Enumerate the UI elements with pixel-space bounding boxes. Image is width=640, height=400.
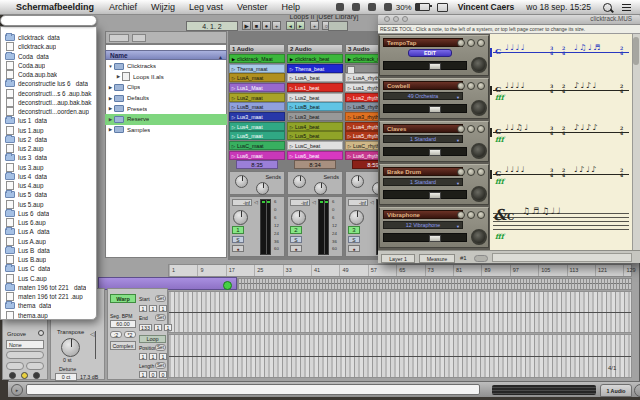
file-item-thema-aup[interactable]: thema.aup <box>1 311 96 320</box>
file-item-deconstructie-lus-6-data[interactable]: deconstructie lus 6 _data <box>1 79 96 88</box>
airplay-icon[interactable] <box>384 3 392 11</box>
display-menu-icon[interactable] <box>437 3 448 12</box>
chevron-right-icon[interactable]: ▶ <box>107 96 114 101</box>
clip-launch-icon[interactable]: ▷ <box>288 132 295 140</box>
solo-button[interactable]: S <box>290 236 302 243</box>
notation-scrollbar[interactable] <box>632 34 640 250</box>
file-item-lus-1-data[interactable]: lus 1_data <box>1 116 96 125</box>
pan-knob[interactable] <box>233 210 248 225</box>
clip-launch-icon[interactable]: ▷ <box>230 142 237 150</box>
clip-lusa-maat[interactable]: ▷LusA_maat <box>229 73 285 82</box>
clip-playing-icon[interactable]: ▶ <box>346 55 353 63</box>
clip-playing-icon[interactable]: ▶ <box>288 55 295 63</box>
clip-launch-icon[interactable]: ▷ <box>230 113 237 121</box>
detune-value[interactable]: 0 ct <box>55 373 77 381</box>
file-item-lus-2-data[interactable]: lus 2_data <box>1 135 96 144</box>
value-field[interactable]: 1 <box>149 353 157 360</box>
track-header-1-audio[interactable]: 1 Audio <box>229 44 285 53</box>
menu-wijzig[interactable]: Wijzig <box>151 2 175 12</box>
chevron-right-icon[interactable]: ▶ <box>107 127 114 132</box>
clip-launch-icon[interactable]: ▷ <box>346 123 353 131</box>
clip-launch-icon[interactable]: ▷ <box>288 84 295 92</box>
volume-slider[interactable] <box>383 104 467 113</box>
clip-clicktrack-maat[interactable]: ▶clicktrack_Maat <box>229 54 285 63</box>
notation-scrollbar-thumb[interactable] <box>633 37 639 65</box>
clip-lus4-beat[interactable]: ▷Lus4_beat <box>287 122 343 131</box>
patch-chooser[interactable]: 49 Orchestra▼ <box>383 92 463 100</box>
file-item-lus-1-aup[interactable]: lus 1.aup <box>1 126 96 135</box>
patch-chooser[interactable]: 1 Standard▼ <box>383 135 463 143</box>
clip-launch-icon[interactable]: ▷ <box>288 142 295 150</box>
pan-knob[interactable] <box>471 229 487 245</box>
user-menu[interactable]: Vincent Caers <box>458 2 515 12</box>
clip-launch-icon[interactable]: ▷ <box>230 103 237 111</box>
notation-hscrollbar[interactable] <box>492 253 632 262</box>
browser-search-button[interactable] <box>132 34 146 42</box>
volume-slider[interactable] <box>383 61 467 70</box>
send-b-knob[interactable] <box>256 182 269 195</box>
clip-launch-icon[interactable]: ▷ <box>230 132 237 140</box>
browser-item-presets[interactable]: ▶Presets <box>105 103 227 114</box>
clip-thema-maat[interactable]: ▷Thema_maat <box>229 64 285 73</box>
groove-hotswap-icon[interactable] <box>38 330 44 336</box>
file-item-lus-3-aup[interactable]: lus 3.aup <box>1 163 96 172</box>
solo-button[interactable] <box>467 39 475 47</box>
clip-lus5-beat[interactable]: ▷Lus5_beat <box>287 131 343 140</box>
volume-display[interactable]: -inf <box>348 199 368 206</box>
solo-button[interactable] <box>467 125 475 133</box>
clip-thema-beat[interactable]: ▷Thema_beat <box>287 64 343 73</box>
clip-launch-icon[interactable]: ▷ <box>288 74 295 82</box>
clip-lus6-maat[interactable]: ▷Lus6_maat <box>229 151 285 160</box>
volume-slider[interactable] <box>383 147 467 156</box>
clip-lus4-maat[interactable]: ▷Lus4_maat <box>229 122 285 131</box>
clip-launch-icon[interactable]: ▷ <box>346 152 353 160</box>
track-activator[interactable]: 3 <box>348 226 360 234</box>
pan-knob[interactable] <box>471 57 487 73</box>
value-field[interactable]: 1 <box>159 305 167 312</box>
browser-view-chooser[interactable] <box>109 34 129 42</box>
overdub-button[interactable]: + <box>272 21 281 30</box>
clip-lusb-beat[interactable]: ▷LusB_beat <box>287 102 343 111</box>
value-field[interactable]: 1 <box>154 324 162 331</box>
browser-item-clicktracks[interactable]: ▼Clicktracks <box>105 61 227 72</box>
clip-launch-icon[interactable]: ▷ <box>230 94 237 102</box>
volume-slider[interactable] <box>383 190 467 199</box>
mute-button[interactable] <box>457 39 465 47</box>
value-field[interactable]: 133 <box>139 324 152 331</box>
clip-launch-icon[interactable]: ▷ <box>346 113 353 121</box>
pan-knob[interactable] <box>291 210 306 225</box>
record-button[interactable] <box>477 168 485 176</box>
browser-item-loops-ii-als[interactable]: ▶Loops II.als <box>105 72 227 83</box>
clock-menu[interactable]: wo 18 sep. 15:25 <box>526 2 591 12</box>
file-item-lus-5-data[interactable]: lus 5_data <box>1 190 96 199</box>
arm-button[interactable]: ● <box>348 245 360 252</box>
solo-button[interactable]: S <box>232 236 244 243</box>
chevron-right-icon[interactable]: ▶ <box>107 106 114 111</box>
clip-overview-strip[interactable] <box>237 278 632 290</box>
arm-button[interactable]: ● <box>290 245 302 252</box>
pan-knob[interactable] <box>349 210 364 225</box>
clip-launch-icon[interactable]: ▷ <box>288 94 295 102</box>
transpose-value[interactable]: 0 st <box>63 357 72 363</box>
file-item-lus-b-data[interactable]: Lus B_data <box>1 246 96 255</box>
loop-button[interactable]: Loop <box>139 335 166 343</box>
record-button[interactable] <box>477 39 485 47</box>
clip-playing-icon[interactable]: ▶ <box>230 55 237 63</box>
stop-button[interactable]: ■ <box>252 21 261 30</box>
solo-button[interactable] <box>467 82 475 90</box>
pan-knob[interactable] <box>471 143 487 159</box>
groove-chooser[interactable]: None <box>6 340 44 349</box>
send-b-knob[interactable] <box>314 182 327 195</box>
menu-venster[interactable]: Venster <box>237 2 268 12</box>
statusbar-pill[interactable] <box>474 255 488 262</box>
send-a-knob[interactable] <box>351 175 364 188</box>
clip-launch-icon[interactable]: ▷ <box>346 94 353 102</box>
menu-archief[interactable]: Archief <box>109 2 137 12</box>
clip-lus3-beat[interactable]: ▷Lus3_beat <box>287 112 343 121</box>
record-button[interactable] <box>477 125 485 133</box>
file-item-lus-6-aup[interactable]: Lus 6.aup <box>1 218 96 227</box>
battery-icon[interactable] <box>415 3 430 11</box>
file-item-thema-data[interactable]: thema_data <box>1 301 96 310</box>
browser-name-header[interactable]: Name ▲ <box>105 50 227 60</box>
position-set-button[interactable]: Set <box>155 344 166 351</box>
